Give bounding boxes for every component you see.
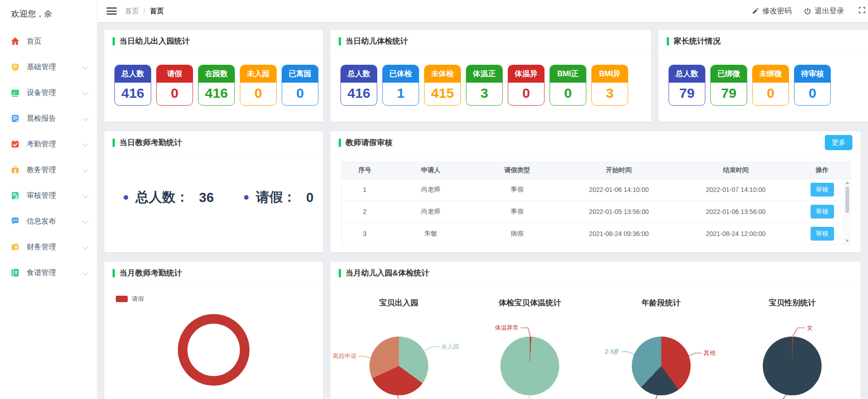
svg-text:未入园: 未入园 — [441, 343, 459, 350]
sidebar-item-label: 食谱管理 — [27, 268, 56, 278]
stat-badge-label: 在园数 — [199, 65, 234, 83]
card-teacher-attendance-month: 当月教师考勤统计 请假 — [104, 262, 323, 399]
table-cell: 病假 — [474, 223, 561, 245]
pie-labels-overlay: 其他4-5岁2-3岁 — [595, 311, 728, 399]
more-button[interactable]: 更多 — [825, 135, 852, 150]
sidebar-item-morning-check[interactable]: 晨检报告 — [0, 106, 97, 131]
device-mgmt-icon — [10, 87, 21, 98]
stat-badge: 请假0 — [156, 65, 193, 106]
chevron-down-icon — [83, 140, 89, 146]
svg-text:体温异常: 体温异常 — [495, 324, 519, 331]
sidebar-item-finance-mgmt[interactable]: 财务管理 — [0, 234, 97, 260]
table-header-row: 序号申请人请假类型开始时间结束时间操作 — [342, 162, 850, 179]
stat-badges: 总人数416请假0在园数416未入园0已离园0 — [104, 53, 323, 106]
info-publish-icon — [10, 216, 21, 227]
table-scrollbar[interactable] — [844, 179, 850, 245]
pencil-icon — [752, 7, 759, 15]
table-cell: 尚老师 — [388, 201, 474, 223]
finance-mgmt-icon — [10, 242, 21, 253]
table-row: 1尚老师事假2022-01-06 14:10:002022-01-07 14:1… — [342, 179, 850, 201]
stat-badge-value: 0 — [157, 83, 193, 105]
card-kids-month-stats: 当月幼儿入园&体检统计 宝贝出入园 未入园请假离园申请 体检宝贝体温统计 体温异… — [330, 262, 861, 399]
sidebar-item-academic-mgmt[interactable]: 教务管理 — [0, 157, 97, 183]
stat-badge-label: 已体检 — [383, 65, 419, 83]
review-button[interactable]: 审核 — [811, 183, 834, 197]
sidebar-item-home[interactable]: 首页 — [0, 28, 97, 54]
home-icon — [10, 36, 21, 47]
logout-button[interactable]: 退出登录 — [804, 6, 844, 16]
table-header-cell: 结束时间 — [677, 162, 794, 179]
stat-badge-label: 未入园 — [240, 65, 276, 83]
stats-row: 当日幼儿出入园统计 总人数416请假0在园数416未入园0已离园0 当日幼儿体检… — [104, 30, 868, 122]
stat-badge-label: 已绑微 — [711, 65, 747, 83]
title-accent-bar — [113, 269, 115, 277]
card-title: 当日幼儿出入园统计 — [119, 36, 190, 46]
stat-badge-label: BMI正 — [550, 65, 586, 83]
pie-title: 宝贝性别统计 — [727, 289, 858, 308]
sidebar-item-recipe-mgmt[interactable]: 食谱管理 — [0, 260, 97, 286]
table-cell: 朱敏 — [388, 223, 474, 245]
stat-badge-label: 待审核 — [794, 65, 830, 83]
legend-label: 请假 — [132, 295, 144, 303]
sidebar-item-review-mgmt[interactable]: 审核管理 — [0, 183, 97, 208]
chevron-down-icon — [83, 243, 89, 249]
stat-badge: 总人数416 — [340, 65, 377, 106]
table-cell: 事假 — [474, 201, 561, 223]
stat-badge-label: 未体检 — [425, 65, 460, 83]
hamburger-menu-icon[interactable] — [107, 6, 117, 17]
stat-badge: 已离园0 — [282, 65, 318, 106]
basic-mgmt-icon — [10, 62, 21, 73]
stat-badge: 未绑微0 — [752, 65, 789, 106]
stat-badge: 未体检415 — [424, 65, 461, 106]
bullet-dot — [124, 195, 128, 200]
stat-badge-value: 1 — [383, 83, 419, 105]
stat-badge-value: 0 — [794, 83, 830, 105]
breadcrumb-current: 首页 — [150, 7, 164, 16]
table-cell: 事假 — [474, 179, 561, 201]
table-cell: 2022-01-05 13:56:00 — [561, 201, 677, 223]
card-parents-stats: 家长统计情况 总人数79已绑微79未绑微0待审核0 — [658, 30, 868, 122]
stat-badge-value: 3 — [466, 83, 502, 105]
pie-title: 宝贝出入园 — [333, 289, 465, 308]
sidebar: 欢迎您，余 首页基础管理设备管理晨检报告考勤管理教务管理审核管理信息发布财务管理… — [0, 0, 97, 399]
fullscreen-icon[interactable] — [858, 6, 866, 16]
change-password-button[interactable]: 修改密码 — [752, 6, 792, 16]
review-button[interactable]: 审核 — [811, 227, 834, 241]
card-teacher-leave-review: 教师请假审核 更多 序号申请人请假类型开始时间结束时间操作 1尚老师事假2022… — [330, 131, 861, 252]
academic-mgmt-icon — [10, 164, 21, 175]
title-accent-bar — [667, 37, 669, 45]
review-button[interactable]: 审核 — [811, 205, 834, 219]
scroll-up-arrow[interactable] — [845, 181, 849, 184]
breadcrumb-separator: / — [143, 7, 145, 15]
sidebar-item-basic-mgmt[interactable]: 基础管理 — [0, 54, 97, 80]
title-accent-bar — [339, 139, 341, 147]
stat-badge: 已绑微79 — [710, 65, 747, 106]
chevron-down-icon — [83, 63, 89, 69]
table-header-cell: 开始时间 — [561, 162, 677, 179]
card-title: 当日教师考勤统计 — [119, 137, 182, 148]
scroll-down-arrow[interactable] — [845, 240, 849, 242]
stat-badge: 未入园0 — [240, 65, 277, 106]
sidebar-item-device-mgmt[interactable]: 设备管理 — [0, 80, 97, 106]
table-header-cell: 请假类型 — [474, 162, 561, 179]
recipe-mgmt-icon — [10, 267, 21, 278]
stat-badges: 总人数416已体检1未体检415体温正3体温异0BMI正0BMI异3 — [330, 53, 651, 106]
charts-row: 当月教师考勤统计 请假 当月幼儿入园&体检统计 宝贝出入园 未入园请假离园申请 — [104, 262, 868, 399]
stat-badge-label: 总人数 — [341, 65, 377, 83]
sidebar-item-info-publish[interactable]: 信息发布 — [0, 208, 97, 234]
pie-temperature: 体检宝贝体温统计 体温异常体温正常 — [465, 289, 596, 399]
sidebar-item-label: 设备管理 — [27, 88, 56, 98]
breadcrumb-home-link[interactable]: 首页 — [125, 7, 139, 16]
svg-text:离园申请: 离园申请 — [333, 353, 357, 360]
kpi-total: 总人数： 36 — [124, 188, 214, 207]
scrollbar-thumb[interactable] — [845, 186, 849, 213]
sidebar-item-attendance[interactable]: 考勤管理 — [0, 131, 97, 157]
sidebar-item-label: 基础管理 — [27, 62, 56, 72]
stat-badge-value: 0 — [550, 83, 586, 105]
table-row: 2尚老师事假2022-01-05 13:56:002022-01-06 13:5… — [342, 201, 850, 223]
stat-badge: 总人数416 — [114, 65, 151, 106]
table-cell: 2021-08-24 09:36:00 — [561, 223, 677, 245]
table-cell: 2022-01-07 14:10:00 — [677, 179, 794, 201]
table-cell: 尚老师 — [388, 179, 474, 201]
kpi-list: 总人数： 36 请假： 0 — [104, 154, 323, 207]
